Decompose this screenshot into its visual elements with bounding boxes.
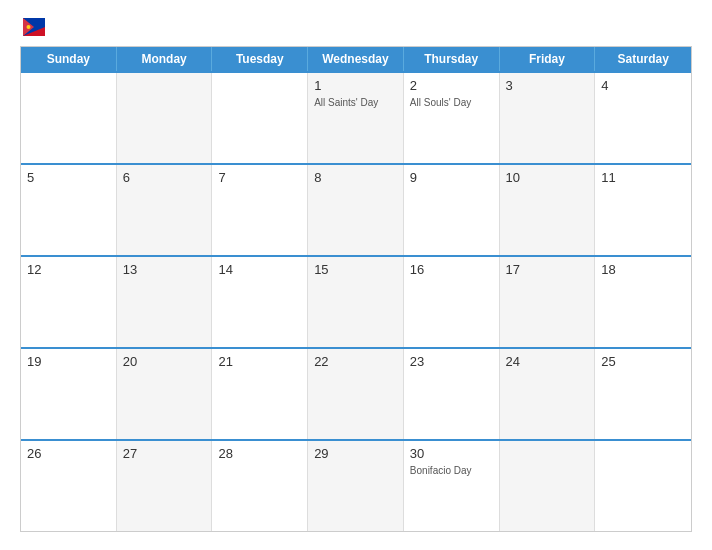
calendar-cell: 8 (308, 165, 404, 255)
day-number: 18 (601, 262, 685, 277)
calendar-cell: 29 (308, 441, 404, 531)
weekday-header-sunday: Sunday (21, 47, 117, 71)
day-number: 2 (410, 78, 493, 93)
day-number: 27 (123, 446, 206, 461)
calendar-cell (21, 73, 117, 163)
day-number: 25 (601, 354, 685, 369)
calendar-cell: 7 (212, 165, 308, 255)
calendar-cell: 28 (212, 441, 308, 531)
calendar-cell: 1All Saints' Day (308, 73, 404, 163)
calendar-cell: 18 (595, 257, 691, 347)
day-number: 1 (314, 78, 397, 93)
day-number: 6 (123, 170, 206, 185)
calendar-week-3: 12131415161718 (21, 255, 691, 347)
calendar-cell: 24 (500, 349, 596, 439)
calendar-cell: 5 (21, 165, 117, 255)
calendar-cell: 3 (500, 73, 596, 163)
day-number: 23 (410, 354, 493, 369)
day-number: 11 (601, 170, 685, 185)
logo-flag-icon (23, 18, 45, 36)
day-number: 12 (27, 262, 110, 277)
calendar-cell (117, 73, 213, 163)
calendar-cell: 17 (500, 257, 596, 347)
calendar-cell: 25 (595, 349, 691, 439)
calendar-cell: 15 (308, 257, 404, 347)
event-label: Bonifacio Day (410, 464, 493, 477)
event-label: All Saints' Day (314, 96, 397, 109)
calendar-cell: 16 (404, 257, 500, 347)
weekday-header-tuesday: Tuesday (212, 47, 308, 71)
day-number: 19 (27, 354, 110, 369)
event-label: All Souls' Day (410, 96, 493, 109)
calendar-cell: 26 (21, 441, 117, 531)
day-number: 4 (601, 78, 685, 93)
calendar-cell: 19 (21, 349, 117, 439)
day-number: 20 (123, 354, 206, 369)
day-number: 30 (410, 446, 493, 461)
logo (20, 18, 45, 36)
calendar-cell: 20 (117, 349, 213, 439)
header (20, 18, 692, 36)
calendar-cell: 22 (308, 349, 404, 439)
calendar-cell: 9 (404, 165, 500, 255)
calendar-grid: SundayMondayTuesdayWednesdayThursdayFrid… (20, 46, 692, 532)
calendar-cell: 13 (117, 257, 213, 347)
calendar-week-2: 567891011 (21, 163, 691, 255)
weekday-header-wednesday: Wednesday (308, 47, 404, 71)
calendar-cell: 11 (595, 165, 691, 255)
day-number: 9 (410, 170, 493, 185)
day-number: 5 (27, 170, 110, 185)
day-number: 8 (314, 170, 397, 185)
svg-point-5 (27, 25, 31, 29)
calendar-header-row: SundayMondayTuesdayWednesdayThursdayFrid… (21, 47, 691, 71)
day-number: 29 (314, 446, 397, 461)
calendar-cell: 14 (212, 257, 308, 347)
day-number: 15 (314, 262, 397, 277)
weekday-header-friday: Friday (500, 47, 596, 71)
day-number: 26 (27, 446, 110, 461)
day-number: 10 (506, 170, 589, 185)
calendar-page: SundayMondayTuesdayWednesdayThursdayFrid… (0, 0, 712, 550)
day-number: 3 (506, 78, 589, 93)
calendar-cell (212, 73, 308, 163)
calendar-cell: 21 (212, 349, 308, 439)
day-number: 17 (506, 262, 589, 277)
calendar-cell: 27 (117, 441, 213, 531)
calendar-cell: 4 (595, 73, 691, 163)
calendar-body: 1All Saints' Day2All Souls' Day345678910… (21, 71, 691, 531)
calendar-cell: 12 (21, 257, 117, 347)
calendar-week-1: 1All Saints' Day2All Souls' Day34 (21, 71, 691, 163)
weekday-header-monday: Monday (117, 47, 213, 71)
calendar-cell: 6 (117, 165, 213, 255)
day-number: 24 (506, 354, 589, 369)
weekday-header-saturday: Saturday (595, 47, 691, 71)
day-number: 22 (314, 354, 397, 369)
calendar-cell (500, 441, 596, 531)
day-number: 28 (218, 446, 301, 461)
day-number: 7 (218, 170, 301, 185)
day-number: 16 (410, 262, 493, 277)
calendar-week-5: 2627282930Bonifacio Day (21, 439, 691, 531)
day-number: 14 (218, 262, 301, 277)
weekday-header-thursday: Thursday (404, 47, 500, 71)
day-number: 21 (218, 354, 301, 369)
calendar-cell: 2All Souls' Day (404, 73, 500, 163)
calendar-cell: 23 (404, 349, 500, 439)
day-number: 13 (123, 262, 206, 277)
calendar-cell: 10 (500, 165, 596, 255)
calendar-week-4: 19202122232425 (21, 347, 691, 439)
calendar-cell (595, 441, 691, 531)
calendar-cell: 30Bonifacio Day (404, 441, 500, 531)
